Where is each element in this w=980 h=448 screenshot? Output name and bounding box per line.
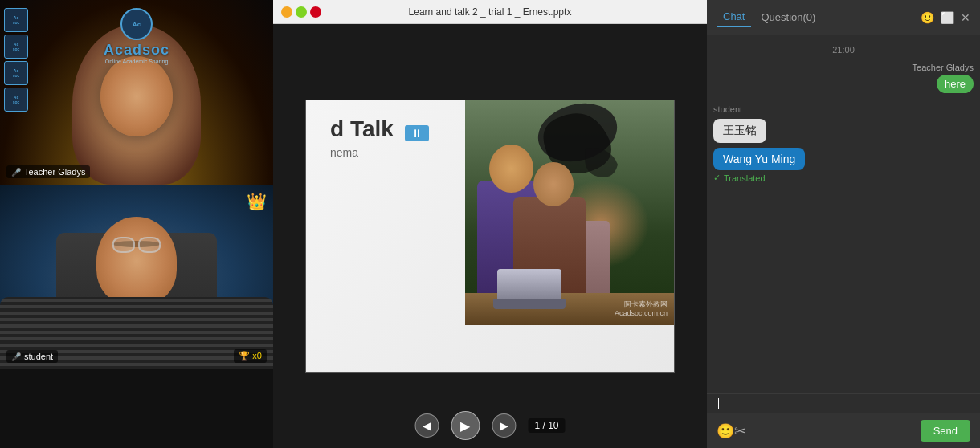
chat-header-icons: 🙂 ⬜ ✕ [921,11,970,24]
expand-icon[interactable]: ⬜ [941,11,954,24]
text-cursor [718,398,719,409]
check-icon: ✓ [713,173,721,183]
acadsoc-logo: Ac Acadsoc Online Academic Sharing [104,8,169,64]
slide-subtitle: nema [330,146,429,159]
student-message-chinese: 王玉铭 [713,119,974,143]
slide-controls: ◀ ▶ ▶ 1 / 10 [414,411,565,440]
trophy-badge: 🏆 x0 [234,349,267,363]
slide-play-button[interactable]: ▶ [451,411,480,440]
student-video-feed: 👑 🎤 student 🏆 x0 [0,185,273,369]
acadsoc-circle-icon: Ac [120,8,153,40]
chinese-bubble: 王玉铭 [713,119,766,143]
slide-next-button[interactable]: ▶ [492,413,516,438]
watermark-line2: Acadsoc.com.cn [615,309,668,319]
side-logo-4: Acsoc [4,88,28,112]
side-logo-1: Acsoc [4,8,28,32]
slide-title-text: d Talk [330,116,394,141]
student-name-label: student [24,352,53,361]
smiley-header-icon[interactable]: 🙂 [921,11,934,24]
window-title: Learn and talk 2 _ trial 1 _ Ernest.pptx [321,6,659,18]
minimize-button[interactable] [281,6,292,18]
question-tab[interactable]: Question(0) [754,8,822,26]
translated-badge: ✓ Translated [713,173,766,183]
send-button[interactable]: Send [921,420,970,442]
student-message-english: Wang Yu Ming ✓ Translated [713,148,974,183]
close-chat-icon[interactable]: ✕ [961,11,970,24]
english-bubble: Wang Yu Ming [713,148,805,170]
teacher-bubble: here [937,75,974,93]
close-button[interactable] [310,6,321,18]
teacher-sender-name: Teacher Gladys [913,63,974,72]
acadsoc-name: Acadsoc [104,42,169,59]
chat-header: Chat Question(0) 🙂 ⬜ ✕ [707,0,980,35]
teacher-name-badge: 🎤 Teacher Gladys [6,165,90,178]
right-panel: Chat Question(0) 🙂 ⬜ ✕ 21:00 Teacher Gla… [707,0,980,448]
translated-label: Translated [724,173,766,183]
presentation-area: d Talk ⏸ nema [273,24,707,448]
student-name-badge: 🎤 student [6,350,58,363]
slide-pause-button[interactable]: ⏸ [405,125,429,141]
maximize-button[interactable] [296,6,307,18]
crown-icon: 👑 [247,192,267,211]
side-logo-2: Acsoc [4,35,28,59]
watermark-line1: 阿卡索外教网 [615,300,668,310]
trophy-text: 🏆 x0 [239,351,262,360]
side-logos: Acsoc Acsoc Acsoc Acsoc [4,8,28,112]
mic-icon-student: 🎤 [11,352,21,361]
teacher-name-label: Teacher Gladys [24,167,85,177]
slide-watermark: 阿卡索外教网 Acadsoc.com.cn [615,300,668,319]
slide-background: d Talk ⏸ nema [306,100,674,372]
acadsoc-subtitle: Online Academic Sharing [104,59,169,64]
chat-tab[interactable]: Chat [717,7,751,27]
chat-body: 21:00 Teacher Gladys here student 王玉铭 Wa… [707,35,980,393]
scissors-icon[interactable]: ✂ [734,422,746,440]
slide-container: d Talk ⏸ nema [305,100,675,373]
presentation-window: Learn and talk 2 _ trial 1 _ Ernest.pptx… [273,0,707,448]
student-section-label: student [713,104,974,114]
teacher-avatar: Ac Acadsoc Online Academic Sharing Acsoc… [0,0,273,185]
chat-footer: 🙂 ✂ Send [707,413,980,448]
student-avatar [0,185,273,369]
mic-icon: 🎤 [11,168,21,177]
title-bar: Learn and talk 2 _ trial 1 _ Ernest.pptx [273,0,707,24]
emoji-icon[interactable]: 🙂 [717,422,734,440]
chat-timestamp: 21:00 [713,45,974,55]
side-logo-3: Acsoc [4,61,28,85]
slide-prev-button[interactable]: ◀ [414,413,439,438]
left-panel: Ac Acadsoc Online Academic Sharing Acsoc… [0,0,273,448]
slide-page-info: 1 / 10 [528,418,565,433]
teacher-video-feed: Ac Acadsoc Online Academic Sharing Acsoc… [0,0,273,185]
slide-title-area: d Talk ⏸ nema [330,116,429,159]
student-face [96,217,177,305]
teacher-message: Teacher Gladys here [713,63,974,93]
